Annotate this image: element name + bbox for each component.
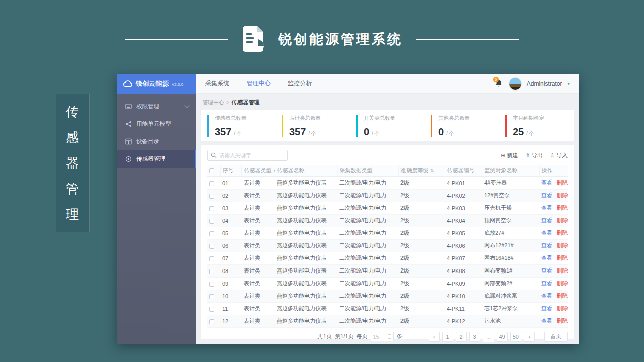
row-actions: 查看删除 (539, 214, 568, 227)
sidebar-item-permission[interactable]: 权限管理 (117, 98, 196, 115)
sensor-code: 4-PK02 (445, 189, 482, 202)
view-link[interactable]: 查看 (541, 205, 552, 211)
row-actions: 查看删除 (539, 202, 568, 214)
table-row: 11表计类燕赵多功能电力仪表二次能源/电力/电力2级4-PK11芯1芯2冲浆泵查… (207, 302, 568, 315)
sensor-code: 4-PK12 (445, 315, 482, 327)
view-link[interactable]: 查看 (541, 293, 552, 299)
select-all-checkbox[interactable] (209, 168, 214, 173)
energy-unit-icon (125, 121, 132, 127)
export-button[interactable]: ⇧导出 (526, 152, 543, 159)
page-number-button[interactable]: 3 (469, 332, 480, 342)
view-link[interactable]: 查看 (541, 242, 552, 248)
row-checkbox-cell (207, 315, 220, 327)
prev-page-button[interactable]: ‹ (429, 332, 440, 342)
row-checkbox[interactable] (209, 219, 214, 224)
stat-card: 表计类总数量357 / 个 (282, 115, 350, 137)
view-link[interactable]: 查看 (541, 255, 552, 261)
sidebar-item-device-catalog[interactable]: 设备目录 (117, 133, 196, 150)
new-button[interactable]: ⊞新建 (501, 152, 518, 159)
row-checkbox[interactable] (209, 256, 214, 261)
vertical-label-char: 管 (66, 182, 79, 195)
topnav-item[interactable]: 监控分析 (288, 79, 312, 88)
delete-link[interactable]: 删除 (557, 242, 568, 248)
row-checkbox[interactable] (209, 282, 214, 287)
row-checkbox[interactable] (209, 307, 214, 312)
banner-line-right (416, 39, 519, 40)
sensor-type: 表计类 (242, 176, 275, 189)
user-avatar[interactable] (509, 77, 522, 90)
view-link[interactable]: 查看 (541, 179, 552, 186)
page-size-stepper-icon[interactable] (388, 334, 391, 339)
row-checkbox[interactable] (209, 244, 214, 249)
row-actions: 查看删除 (539, 239, 568, 252)
row-checkbox[interactable] (209, 294, 214, 299)
row-checkbox-cell (207, 290, 220, 302)
delete-link[interactable]: 删除 (557, 255, 568, 261)
delete-link[interactable]: 删除 (557, 305, 568, 311)
view-link[interactable]: 查看 (541, 280, 552, 286)
next-page-button[interactable]: › (524, 332, 535, 342)
delete-link[interactable]: 删除 (557, 280, 568, 286)
view-link[interactable]: 查看 (541, 217, 552, 223)
first-page-button[interactable]: 首页 (544, 332, 568, 342)
row-checkbox-cell (207, 239, 220, 252)
delete-link[interactable]: 删除 (557, 217, 568, 223)
row-checkbox[interactable] (209, 206, 214, 211)
delete-link[interactable]: 删除 (557, 267, 568, 274)
import-button[interactable]: ⇩导入 (550, 152, 568, 159)
filter-icon[interactable]: ▼ (273, 169, 275, 173)
page-number-button[interactable]: 1 (442, 332, 453, 342)
topnav-item[interactable]: 采集系统 (205, 79, 229, 88)
logo-version: V2.0.0 (172, 82, 183, 87)
row-checkbox-cell (207, 176, 220, 189)
row-checkbox[interactable] (209, 194, 214, 199)
sensor-type: 表计类 (242, 315, 275, 327)
stat-card: 其他类总数量0 / 个 (431, 115, 499, 137)
sensor-name: 燕赵多功能电力仪表 (275, 176, 337, 189)
search-input[interactable] (219, 152, 284, 158)
view-link[interactable]: 查看 (541, 305, 552, 311)
view-link[interactable]: 查看 (541, 192, 552, 198)
row-checkbox[interactable] (209, 231, 214, 236)
sensor-type: 表计类 (242, 189, 275, 202)
monitor-target: 底漏对冲浆泵 (482, 290, 539, 302)
sensor-code: 4-PK05 (445, 227, 482, 239)
sort-icon[interactable]: ⇅ (430, 168, 434, 173)
notification-bell-button[interactable]: 5 (495, 79, 504, 88)
page-size-input[interactable]: 15 (371, 332, 394, 341)
page-number-button[interactable]: 2 (456, 332, 467, 342)
delete-link[interactable]: 删除 (557, 293, 568, 299)
sidebar-item-sensor[interactable]: 传感器管理 (117, 150, 196, 168)
delete-link[interactable]: 删除 (557, 318, 568, 324)
delete-link[interactable]: 删除 (557, 179, 568, 186)
row-checkbox-cell (207, 227, 220, 239)
stat-card: 本月到期检定25 / 个 (505, 115, 574, 137)
search-box[interactable] (207, 150, 288, 161)
view-link[interactable]: 查看 (541, 318, 552, 324)
view-link[interactable]: 查看 (541, 230, 552, 236)
topnav-item[interactable]: 管理中心 (247, 79, 271, 88)
breadcrumb-parent[interactable]: 管理中心 (202, 99, 224, 105)
view-link[interactable]: 查看 (541, 267, 552, 274)
delete-link[interactable]: 删除 (557, 230, 568, 236)
delete-link[interactable]: 删除 (557, 205, 568, 211)
username-label[interactable]: Administrator (527, 80, 562, 87)
table-row: 03表计类燕赵多功能电力仪表二次能源/电力/电力2级4-PK03压光机干燥查看删… (207, 202, 568, 214)
app-logo: 锐创云能源 V2.0.0 (117, 74, 196, 94)
user-dropdown-caret-icon[interactable]: ▾ (567, 81, 570, 86)
row-no: 02 (220, 189, 242, 202)
sidebar-item-label: 传感器管理 (136, 155, 166, 163)
delete-link[interactable]: 删除 (557, 192, 568, 198)
row-checkbox-cell (207, 264, 220, 277)
page-number-button[interactable]: 49 (497, 332, 508, 342)
row-checkbox[interactable] (209, 181, 214, 186)
row-checkbox[interactable] (209, 269, 214, 274)
row-checkbox[interactable] (209, 319, 214, 324)
toolbar-buttons: ⊞新建 ⇧导出 ⇩导入 (501, 152, 568, 159)
table-row: 10表计类燕赵多功能电力仪表二次能源/电力/电力2级4-PK10底漏对冲浆泵查看… (207, 290, 568, 302)
page-number-button[interactable]: 50 (510, 332, 521, 342)
stat-card: 开关类总数量0 / 个 (356, 115, 425, 137)
accuracy-level: 2级 (398, 202, 445, 214)
accuracy-level: 2级 (398, 252, 445, 264)
sidebar-item-energy-unit[interactable]: 用能单元模型 (117, 115, 196, 133)
